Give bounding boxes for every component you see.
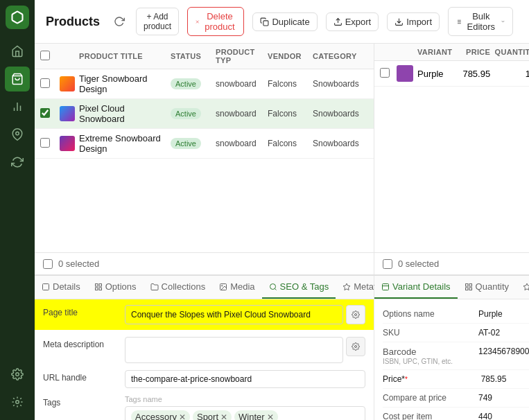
main-content: Products + Add product Delete product Du… xyxy=(35,0,529,420)
delete-product-button[interactable]: Delete product xyxy=(187,7,244,36)
meta-desc-settings-btn[interactable] xyxy=(346,337,365,356)
header-category: CATEGORY xyxy=(313,52,368,60)
variant-row[interactable]: Purple 785.95 10 AT-02 xyxy=(374,61,529,87)
variant-header-quantity: QUANTITY xyxy=(490,48,529,56)
tabs-panel: Details Options Collections Media xyxy=(35,276,374,420)
products-table-body: Tiger Snowboard Design Active snowboard … xyxy=(35,69,374,252)
variant-check xyxy=(380,68,397,80)
page-title-row: Page title xyxy=(35,299,374,330)
sidebar-item-refresh[interactable] xyxy=(5,150,30,175)
svg-rect-32 xyxy=(465,283,468,286)
compare-price-row: Compare at price 749 xyxy=(383,389,529,408)
row-checkbox-1[interactable] xyxy=(40,78,50,88)
page-title-field xyxy=(125,305,365,324)
right-tabs-header: Variant Details Quantity Metafields xyxy=(374,276,529,299)
svg-rect-9 xyxy=(263,20,268,25)
variant-header-variant: VARIANT xyxy=(417,48,452,56)
product-status-3: Active xyxy=(171,138,216,149)
tags-row: Tags Tags name Accessory ✕ Sport ✕ xyxy=(43,395,365,420)
cost-row: Cost per item 440 xyxy=(383,408,529,420)
page-title-settings-btn[interactable] xyxy=(346,305,365,324)
sidebar-item-settings[interactable] xyxy=(5,390,30,414)
tag-remove-winter[interactable]: ✕ xyxy=(267,412,274,421)
sidebar xyxy=(0,0,35,420)
refresh-button[interactable] xyxy=(111,13,128,30)
product-vendor-2: Falcons xyxy=(268,109,313,119)
row-thumbnail xyxy=(60,106,79,121)
products-pane: PRODUCT TITLE STATUS PRODUCT TYP VENDOR … xyxy=(35,44,374,274)
meta-desc-label: Meta description xyxy=(43,337,119,349)
sidebar-item-home[interactable] xyxy=(5,39,30,64)
variant-checkbox-1[interactable] xyxy=(380,68,390,78)
sku-row: SKU AT-02 xyxy=(383,324,529,342)
products-table-header: PRODUCT TITLE STATUS PRODUCT TYP VENDOR … xyxy=(35,44,374,69)
export-button[interactable]: Export xyxy=(326,12,379,31)
table-row[interactable]: Pixel Cloud Snowboard Active snowboard F… xyxy=(35,99,374,129)
svg-rect-35 xyxy=(465,288,468,290)
tab-quantity[interactable]: Quantity xyxy=(458,276,516,299)
cost-label: Cost per item xyxy=(383,412,473,420)
svg-rect-19 xyxy=(43,283,49,290)
svg-point-25 xyxy=(222,285,223,286)
tab-options-label: Options xyxy=(105,281,137,292)
footer-select-all[interactable] xyxy=(43,259,53,269)
product-title-3: Extreme Snowboard Design xyxy=(79,133,171,154)
tab-details[interactable]: Details xyxy=(35,276,87,299)
product-thumbnail-2 xyxy=(60,106,75,121)
options-name-value: Purple xyxy=(478,309,529,319)
product-vendor-1: Falcons xyxy=(268,79,313,89)
variant-header-price: PRICE xyxy=(452,48,490,56)
products-selected-count: 0 selected xyxy=(58,259,99,269)
sidebar-item-location[interactable] xyxy=(5,122,30,147)
meta-desc-input[interactable] xyxy=(125,337,343,363)
product-type-2: snowboard xyxy=(216,109,268,119)
svg-point-26 xyxy=(270,283,275,289)
add-product-button[interactable]: + Add product xyxy=(136,8,179,35)
page-title: Products xyxy=(46,15,100,29)
variants-pane: VARIANT PRICE QUANTITY SKU Purple 7 xyxy=(374,44,529,274)
duplicate-button[interactable]: Duplicate xyxy=(252,12,317,31)
header-product-title: PRODUCT TITLE xyxy=(79,52,171,60)
sidebar-item-products[interactable] xyxy=(5,67,30,91)
tag-label-winter: Winter xyxy=(239,412,265,420)
tab-seo[interactable]: SEO & Tags xyxy=(262,276,336,299)
svg-line-27 xyxy=(275,288,276,290)
tag-remove-sport[interactable]: ✕ xyxy=(220,412,227,421)
bulk-editors-button[interactable]: Bulk Editors xyxy=(448,7,512,36)
import-button[interactable]: Import xyxy=(387,12,440,31)
tab-media[interactable]: Media xyxy=(212,276,261,299)
barcode-value: 123456789000 xyxy=(478,347,529,356)
variant-thumb-img xyxy=(397,65,413,82)
product-title-1: Tiger Snowboard Design xyxy=(79,73,171,94)
seo-tab-content: Page title Meta description xyxy=(35,299,374,420)
variant-name-1: Purple xyxy=(417,69,452,79)
table-row[interactable]: Extreme Snowboard Design Active snowboar… xyxy=(35,129,374,159)
table-row[interactable]: Tiger Snowboard Design Active snowboard … xyxy=(35,69,374,99)
page-title-input[interactable] xyxy=(125,305,343,324)
tags-field: Tags name Accessory ✕ Sport ✕ xyxy=(125,395,365,420)
tag-remove-accessory[interactable]: ✕ xyxy=(179,412,186,421)
meta-desc-field xyxy=(125,337,365,363)
product-category-2: Snowboards xyxy=(313,109,368,119)
product-thumbnail-1 xyxy=(60,76,75,91)
tab-variant-details[interactable]: Variant Details xyxy=(374,276,458,299)
page-title-input-group xyxy=(125,305,365,324)
tags-container[interactable]: Accessory ✕ Sport ✕ Winter ✕ xyxy=(125,406,365,420)
sidebar-item-analytics[interactable] xyxy=(5,94,30,119)
tab-seo-label: SEO & Tags xyxy=(280,281,329,292)
url-handle-input[interactable] xyxy=(125,370,365,388)
tab-options[interactable]: Options xyxy=(87,276,144,299)
sidebar-item-gear[interactable] xyxy=(5,362,30,387)
svg-rect-33 xyxy=(469,283,472,286)
select-all-checkbox[interactable] xyxy=(40,51,50,60)
row-checkbox-2[interactable] xyxy=(40,108,50,118)
tab-collections[interactable]: Collections xyxy=(144,276,213,299)
row-checkbox-3[interactable] xyxy=(40,138,50,148)
variants-footer-check[interactable] xyxy=(383,259,392,269)
tab-right-metafields[interactable]: Metafields xyxy=(516,276,529,299)
split-pane: PRODUCT TITLE STATUS PRODUCT TYP VENDOR … xyxy=(35,44,529,274)
variants-footer: 0 selected xyxy=(374,252,529,274)
row-check xyxy=(40,108,60,120)
app-logo[interactable] xyxy=(6,6,29,29)
meta-desc-row: Meta description xyxy=(43,337,365,363)
